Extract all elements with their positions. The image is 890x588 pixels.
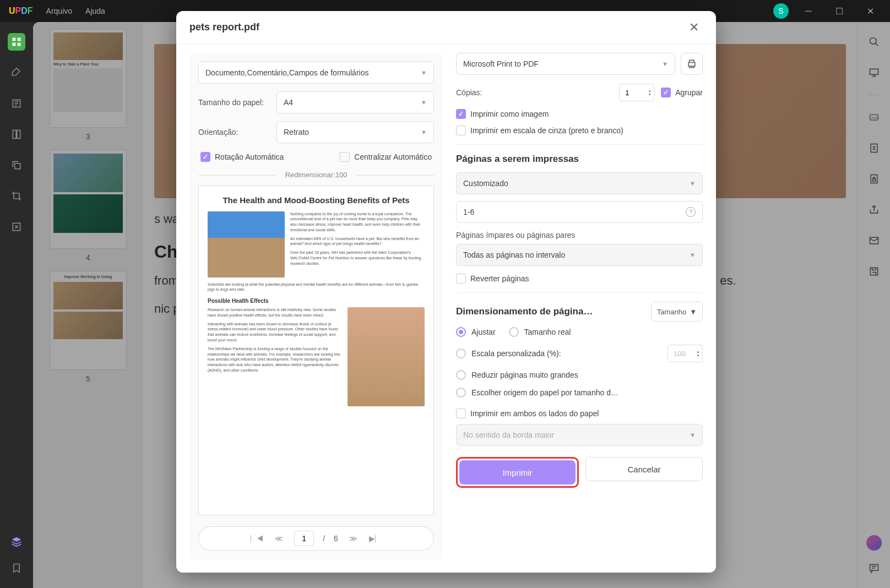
preview-text: Scientists are looking at what the poten… [208, 282, 425, 293]
checkbox-icon [456, 109, 466, 119]
menu-help[interactable]: Ajuda [85, 7, 105, 15]
spinner-down-icon[interactable]: ▼ [696, 353, 700, 357]
select-value: Retrato [284, 128, 309, 137]
pager-next-button[interactable]: ≫ [347, 534, 360, 543]
grayscale-checkbox[interactable]: Imprimir em escala de cinza (preto e bra… [456, 126, 703, 135]
maximize-button[interactable]: ☐ [828, 3, 850, 19]
preview-text: An estimated 68% of U.S. households have… [290, 236, 425, 247]
select-value: A4 [284, 98, 293, 107]
odd-even-label: Páginas ímpares ou páginas pares [456, 231, 703, 239]
help-icon[interactable]: ? [686, 207, 696, 217]
layers-icon[interactable] [8, 533, 25, 551]
sizing-mode-select[interactable]: Tamanho ▼ [651, 302, 703, 322]
preview-image [348, 307, 425, 406]
paper-size-label: Tamanho do papel: [198, 98, 270, 107]
svg-rect-0 [13, 38, 16, 41]
preview-title: The Health and Mood-Boosting Benefits of… [208, 195, 425, 206]
select-value: Todas as páginas no intervalo [463, 251, 565, 259]
user-avatar[interactable]: S [773, 3, 789, 19]
checkbox-label: Imprimir em ambos os lados do papel [470, 409, 599, 418]
spinner-up-icon[interactable]: ▲ [696, 350, 700, 353]
chevron-down-icon: ▼ [421, 129, 427, 135]
pages-mode-select[interactable]: Customizado ▼ [456, 172, 703, 194]
printer-select[interactable]: Microsoft Print to PDF ▼ [456, 53, 675, 75]
printer-properties-button[interactable] [681, 53, 703, 75]
pager-separator: / [323, 534, 325, 543]
close-window-button[interactable]: ✕ [859, 3, 881, 19]
print-as-image-checkbox[interactable]: Imprimir como imagem [456, 109, 703, 119]
chevron-down-icon: ▼ [690, 180, 696, 187]
custom-scale-radio[interactable]: Escala personalizada (%): 100 ▲▼ [456, 345, 703, 362]
pager-current-input[interactable] [294, 531, 314, 546]
svg-rect-1 [18, 38, 21, 41]
cancel-button[interactable]: Cancelar [585, 457, 703, 481]
checkbox-label: Imprimir como imagem [470, 110, 549, 118]
reverse-pages-checkbox[interactable]: Reverter páginas [456, 274, 703, 284]
collate-checkbox[interactable]: Agrupar [661, 88, 703, 97]
auto-center-checkbox[interactable]: Centralizar Automático [340, 152, 432, 162]
pager-last-button[interactable]: ▶⎸ [369, 534, 382, 543]
pager-prev-button[interactable]: ≪ [272, 534, 285, 543]
checkbox-label: Reverter páginas [470, 274, 529, 283]
select-value: Tamanho [657, 308, 686, 316]
checkbox-icon [456, 409, 466, 418]
checkbox-label: Centralizar Automático [354, 153, 432, 161]
select-value: Documento,Comentário,Campos de formulári… [205, 68, 368, 77]
duplex-mode-select[interactable]: No sentido da borda maior ▼ [456, 424, 703, 446]
svg-rect-19 [688, 63, 695, 67]
print-content-select[interactable]: Documento,Comentário,Campos de formulári… [198, 62, 434, 84]
highlighter-tool-icon[interactable] [8, 64, 25, 81]
chevron-down-icon: ▼ [421, 99, 427, 106]
preview-text: Interacting with animals has been shown … [208, 322, 342, 343]
radio-icon [509, 327, 519, 337]
copies-spinner[interactable]: 1 ▲▼ [619, 84, 654, 101]
checkbox-icon [661, 88, 671, 97]
select-value: No sentido da borda maior [463, 431, 554, 439]
edit-tool-icon[interactable] [8, 95, 25, 112]
copy-tool-icon[interactable] [8, 156, 25, 174]
dialog-close-button[interactable]: ✕ [685, 19, 703, 36]
preview-pager: ⎸◀ ≪ / 6 ≫ ▶⎸ [198, 526, 434, 551]
odd-even-select[interactable]: Todas as páginas no intervalo ▼ [456, 244, 703, 266]
pages-tool-icon[interactable] [8, 126, 25, 143]
dialog-title: pets report.pdf [189, 21, 259, 33]
radio-label: Reduzir páginas muito grandes [471, 371, 578, 379]
chevron-down-icon: ▼ [690, 252, 696, 258]
shrink-radio[interactable]: Reduzir páginas muito grandes [456, 370, 703, 380]
chevron-down-icon: ▼ [690, 432, 696, 438]
pager-total: 6 [334, 534, 338, 543]
actual-size-radio[interactable]: Tamanho real [509, 327, 571, 337]
crop-tool-icon[interactable] [8, 187, 25, 205]
svg-rect-6 [17, 130, 20, 139]
print-button[interactable]: Imprimir [459, 460, 576, 484]
pager-first-button[interactable]: ⎸◀ [250, 534, 263, 543]
minimize-button[interactable]: ─ [797, 3, 820, 19]
bookmark-icon[interactable] [8, 559, 25, 577]
radio-label: Tamanho real [524, 328, 571, 336]
both-sides-checkbox[interactable]: Imprimir em ambos os lados do papel [456, 409, 703, 418]
checkbox-label: Agrupar [675, 88, 703, 97]
spinner-up-icon[interactable]: ▲ [648, 89, 652, 92]
scale-spinner[interactable]: 100 ▲▼ [668, 345, 703, 362]
orientation-label: Orientação: [198, 128, 270, 137]
svg-rect-2 [13, 43, 16, 46]
spinner-value: 100 [674, 350, 686, 358]
extract-tool-icon[interactable] [8, 218, 25, 236]
preview-text: Research on human-animal interactions is… [208, 307, 342, 318]
spinner-down-icon[interactable]: ▼ [648, 92, 652, 96]
page-range-input[interactable]: 1-6 ? [456, 201, 703, 223]
menu-file[interactable]: Arquivo [46, 7, 72, 15]
svg-rect-7 [15, 164, 20, 169]
orientation-select[interactable]: Retrato ▼ [276, 121, 434, 143]
select-value: Microsoft Print to PDF [463, 59, 539, 68]
auto-rotate-checkbox[interactable]: Rotação Automática [200, 152, 284, 162]
thumbnails-tool-icon[interactable] [8, 33, 25, 51]
print-dialog: pets report.pdf ✕ Documento,Comentário,C… [176, 11, 716, 573]
paper-source-radio[interactable]: Escolher origem do papel por tamanho d… [456, 388, 703, 398]
copies-label: Cópias: [456, 88, 482, 97]
paper-size-select[interactable]: A4 ▼ [276, 91, 434, 113]
fit-radio[interactable]: Ajustar [456, 327, 496, 337]
checkbox-icon [456, 126, 466, 135]
radio-label: Escala personalizada (%): [471, 349, 561, 358]
preview-text: Nothing compares to the joy of coming ho… [290, 211, 425, 233]
